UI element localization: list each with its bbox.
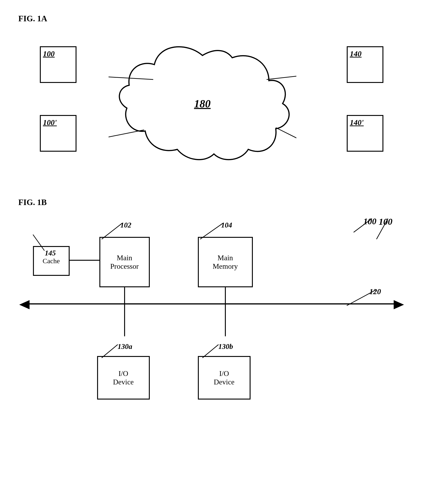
box-100: 100 <box>40 46 77 83</box>
svg-line-9 <box>102 345 118 358</box>
svg-line-6 <box>102 223 122 239</box>
bus-arrow-left <box>19 300 30 309</box>
processor-bus-line-upper <box>124 287 125 305</box>
ref-120-label: 120 <box>369 287 381 296</box>
ref-145: 145 <box>26 232 54 254</box>
page: FIG. 1A 100 100' 140 140' <box>0 0 423 504</box>
ref-130a-label: 130a <box>118 342 132 351</box>
fig1b-diagram: 100 Cache 145 MainProcessor 102 M <box>19 214 404 411</box>
ref-102: 102 <box>99 221 131 242</box>
ref-130b: 130b <box>200 342 228 361</box>
system-100-label: 100 <box>379 216 393 227</box>
svg-line-5 <box>33 234 44 251</box>
memory-bus-line-lower <box>225 304 226 336</box>
cloud-label: 180 <box>194 97 211 110</box>
bus-arrow-right <box>394 300 404 309</box>
memory-bus-line-upper <box>225 287 226 305</box>
main-processor-label: MainProcessor <box>110 254 138 270</box>
ref-145-label: 145 <box>45 249 56 257</box>
io-device-b-box: I/ODevice <box>198 356 250 400</box>
svg-line-10 <box>203 345 219 358</box>
box-140: 140 <box>347 46 383 83</box>
main-memory-label: MainMemory <box>213 254 238 270</box>
bus-line <box>29 303 394 305</box>
ref-130b-label: 130b <box>219 342 233 351</box>
fig1b-label: FIG. 1B <box>18 198 405 207</box>
cloud-network: 180 <box>108 37 296 170</box>
fig1a-diagram: 100 100' 140 140' <box>28 28 395 184</box>
box-140-label: 140 <box>350 49 362 58</box>
ref-120: 120 <box>345 287 381 309</box>
cache-label: Cache <box>43 257 60 265</box>
processor-bus-line-lower <box>124 304 125 336</box>
io-device-a-label: I/ODevice <box>113 369 134 386</box>
cache-processor-line <box>70 260 99 261</box>
ref-102-label: 102 <box>120 221 131 229</box>
ref-130a: 130a <box>99 342 127 361</box>
io-device-b-label: I/ODevice <box>214 369 234 386</box>
ref-104: 104 <box>198 221 232 242</box>
io-device-a-box: I/ODevice <box>97 356 150 400</box>
main-memory-box: MainMemory <box>198 237 253 287</box>
box-140prime: 140' <box>347 115 383 152</box>
svg-line-1 <box>108 130 144 144</box>
svg-line-0 <box>108 75 153 79</box>
box-100prime-label: 100' <box>43 118 57 127</box>
main-processor-box: MainProcessor <box>99 237 150 287</box>
svg-line-3 <box>276 128 296 144</box>
box-140prime-label: 140' <box>350 118 364 127</box>
svg-line-2 <box>267 75 296 79</box>
ref-104-label: 104 <box>221 221 232 229</box>
svg-line-7 <box>200 223 223 239</box>
box-100-label: 100 <box>43 49 55 58</box>
box-100prime: 100' <box>40 115 77 152</box>
fig1a-label: FIG. 1A <box>18 14 405 23</box>
